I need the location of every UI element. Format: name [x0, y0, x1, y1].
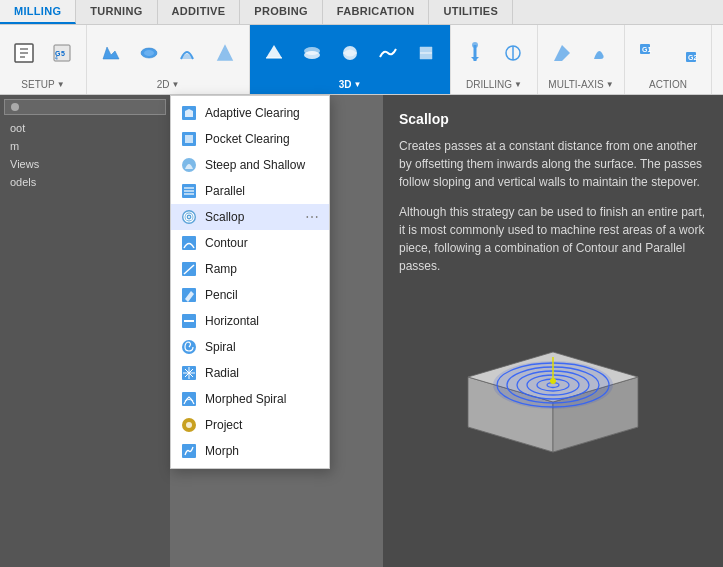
dropdown-overlay: Adaptive Clearing Pocket Clearing [170, 95, 330, 469]
left-panel: oot m Views odels [0, 95, 170, 567]
menu-item-spiral[interactable]: Spiral [171, 334, 329, 360]
drilling-icon-2[interactable] [495, 32, 531, 74]
steep-label: Steep and Shallow [205, 158, 305, 172]
morphed-icon [181, 391, 197, 407]
panel-item-views[interactable]: Views [4, 155, 166, 173]
2d-label[interactable]: 2D ▼ [157, 79, 180, 90]
panel-item-m[interactable]: m [4, 137, 166, 155]
3d-label[interactable]: 3D ▼ [339, 79, 362, 90]
menu-item-scallop[interactable]: Scallop ⋯ [171, 204, 329, 230]
3d-caret-icon: ▼ [353, 80, 361, 89]
menu-item-radial[interactable]: Radial [171, 360, 329, 386]
radial-label: Radial [205, 366, 239, 380]
ribbon-group-action: G1 G2 ACTION [625, 25, 712, 94]
ribbon-content: G 5 4 SETUP ▼ [0, 25, 723, 95]
dropdown-menu: Adaptive Clearing Pocket Clearing [170, 95, 330, 469]
3d-icon-2[interactable] [294, 32, 330, 74]
action-label: ACTION [649, 79, 687, 90]
setup-new-icon[interactable] [6, 32, 42, 74]
menu-item-contour[interactable]: Contour [171, 230, 329, 256]
parallel-icon [181, 183, 197, 199]
tab-turning[interactable]: TURNING [76, 0, 157, 24]
pocket-label: Pocket Clearing [205, 132, 290, 146]
2d-icon-1[interactable] [93, 32, 129, 74]
horizontal-label: Horizontal [205, 314, 259, 328]
panel-item-models[interactable]: odels [4, 173, 166, 191]
drilling-label[interactable]: DRILLING ▼ [466, 79, 522, 90]
action-g1-icon[interactable]: G1 [631, 32, 667, 74]
scallop-more-icon: ⋯ [305, 209, 319, 225]
tab-additive[interactable]: ADDITIVE [158, 0, 241, 24]
info-panel: Scallop Creates passes at a constant dis… [383, 95, 723, 567]
contour-label: Contour [205, 236, 248, 250]
menu-item-horizontal[interactable]: Horizontal [171, 308, 329, 334]
multiaxis-icon-1[interactable] [544, 32, 580, 74]
multiaxis-caret-icon: ▼ [606, 80, 614, 89]
pencil-icon [181, 287, 197, 303]
drilling-icon-1[interactable] [457, 32, 493, 74]
tab-probing[interactable]: PROBING [240, 0, 322, 24]
tab-milling[interactable]: MILLING [0, 0, 76, 24]
svg-point-11 [304, 47, 320, 55]
info-desc2: Although this strategy can be used to fi… [399, 203, 707, 275]
setup-g54-icon[interactable]: G 5 4 [44, 32, 80, 74]
project-icon [181, 417, 197, 433]
panel-item-root[interactable]: oot [4, 119, 166, 137]
2d-icon-2[interactable] [131, 32, 167, 74]
setup-caret-icon: ▼ [57, 80, 65, 89]
3d-icon-4[interactable] [370, 32, 406, 74]
drilling-icons [457, 29, 531, 77]
action-g2-icon[interactable]: G2 [669, 32, 705, 74]
menu-item-parallel[interactable]: Parallel [171, 178, 329, 204]
svg-text:G1: G1 [642, 46, 651, 53]
menu-item-adaptive[interactable]: Adaptive Clearing [171, 100, 329, 126]
multiaxis-label[interactable]: MULTI-AXIS ▼ [548, 79, 613, 90]
pencil-label: Pencil [205, 288, 238, 302]
svg-point-9 [144, 50, 154, 56]
menu-item-pencil[interactable]: Pencil [171, 282, 329, 308]
steep-icon [181, 157, 197, 173]
pocket-icon [181, 131, 197, 147]
scallop-svg [438, 287, 668, 472]
multiaxis-icon-2[interactable] [582, 32, 618, 74]
menu-item-morphed[interactable]: Morphed Spiral [171, 386, 329, 412]
adaptive-label: Adaptive Clearing [205, 106, 300, 120]
menu-item-ramp[interactable]: Ramp [171, 256, 329, 282]
ribbon-group-drilling: DRILLING ▼ [451, 25, 538, 94]
spiral-label: Spiral [205, 340, 236, 354]
svg-point-13 [472, 42, 478, 48]
main-area: oot m Views odels Adaptive Clearing [0, 95, 723, 567]
radial-icon [181, 365, 197, 381]
menu-item-morph[interactable]: Morph [171, 438, 329, 464]
3d-icons [256, 29, 444, 77]
ribbon-group-3d: 3D ▼ [250, 25, 451, 94]
scallop-icon [181, 209, 197, 225]
setup-label[interactable]: SETUP ▼ [21, 79, 64, 90]
3d-icon-1[interactable] [256, 32, 292, 74]
project-label: Project [205, 418, 242, 432]
scallop-preview [399, 287, 707, 472]
svg-point-31 [188, 216, 190, 218]
drilling-caret-icon: ▼ [514, 80, 522, 89]
menu-item-steep[interactable]: Steep and Shallow [171, 152, 329, 178]
2d-icon-4[interactable] [207, 32, 243, 74]
ribbon-group-multiaxis: MULTI-AXIS ▼ [538, 25, 625, 94]
ribbon-tabs: MILLING TURNING ADDITIVE PROBING FABRICA… [0, 0, 723, 25]
2d-icon-3[interactable] [169, 32, 205, 74]
morphed-label: Morphed Spiral [205, 392, 286, 406]
3d-icon-3[interactable] [332, 32, 368, 74]
3d-icon-5[interactable] [408, 32, 444, 74]
parallel-label: Parallel [205, 184, 245, 198]
ribbon: MILLING TURNING ADDITIVE PROBING FABRICA… [0, 0, 723, 95]
tab-fabrication[interactable]: FABRICATION [323, 0, 430, 24]
menu-item-project[interactable]: Project [171, 412, 329, 438]
morph-icon [181, 443, 197, 459]
scallop-label: Scallop [205, 210, 244, 224]
multiaxis-icons [544, 29, 618, 77]
menu-item-pocket[interactable]: Pocket Clearing [171, 126, 329, 152]
svg-text:G2: G2 [688, 54, 697, 61]
tab-utilities[interactable]: UTILITIES [429, 0, 513, 24]
horizontal-icon [181, 313, 197, 329]
morph-label: Morph [205, 444, 239, 458]
info-title: Scallop [399, 111, 707, 127]
